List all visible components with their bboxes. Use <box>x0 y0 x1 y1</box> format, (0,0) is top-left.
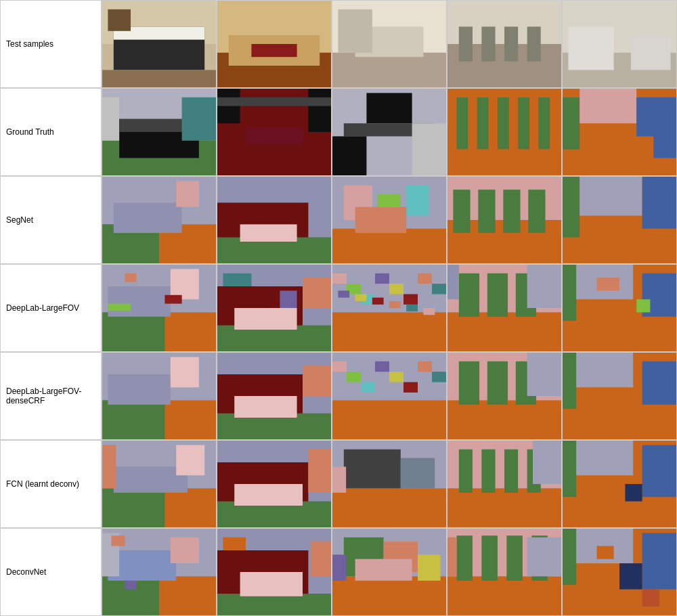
label-deeplab-densecrf: DeepLab-LargeFOV-denseCRF <box>0 352 102 440</box>
test-sample-2 <box>217 0 332 88</box>
densecrf-4 <box>447 352 562 440</box>
test-sample-4 <box>447 0 562 88</box>
deeplab-1 <box>102 264 217 352</box>
label-segnet: SegNet <box>0 176 102 264</box>
label-ground-truth: Ground Truth <box>0 88 102 176</box>
deconvnet-1 <box>102 528 217 616</box>
fcn-1 <box>102 440 217 528</box>
densecrf-2 <box>217 352 332 440</box>
deeplab-4 <box>447 264 562 352</box>
densecrf-3 <box>332 352 447 440</box>
gt-4 <box>447 88 562 176</box>
test-sample-5 <box>562 0 677 88</box>
deconvnet-5 <box>562 528 677 616</box>
deeplab-5 <box>562 264 677 352</box>
label-test-samples: Test samples <box>0 0 102 88</box>
fcn-4 <box>447 440 562 528</box>
segnet-2 <box>217 176 332 264</box>
test-sample-1 <box>102 0 217 88</box>
densecrf-5 <box>562 352 677 440</box>
gt-3 <box>332 88 447 176</box>
deeplab-3 <box>332 264 447 352</box>
deeplab-2 <box>217 264 332 352</box>
main-grid: Test samples Ground Truth SegNet DeepLab… <box>0 0 677 616</box>
label-deeplab-largefov: DeepLab-LargeFOV <box>0 264 102 352</box>
segnet-5 <box>562 176 677 264</box>
gt-2 <box>217 88 332 176</box>
segnet-1 <box>102 176 217 264</box>
gt-5 <box>562 88 677 176</box>
test-sample-3 <box>332 0 447 88</box>
segnet-3 <box>332 176 447 264</box>
deconvnet-3 <box>332 528 447 616</box>
label-fcn: FCN (learnt deconv) <box>0 440 102 528</box>
fcn-2 <box>217 440 332 528</box>
label-deconvnet: DeconvNet <box>0 528 102 616</box>
densecrf-1 <box>102 352 217 440</box>
segnet-4 <box>447 176 562 264</box>
fcn-5 <box>562 440 677 528</box>
gt-1 <box>102 88 217 176</box>
fcn-3 <box>332 440 447 528</box>
deconvnet-4 <box>447 528 562 616</box>
deconvnet-2 <box>217 528 332 616</box>
